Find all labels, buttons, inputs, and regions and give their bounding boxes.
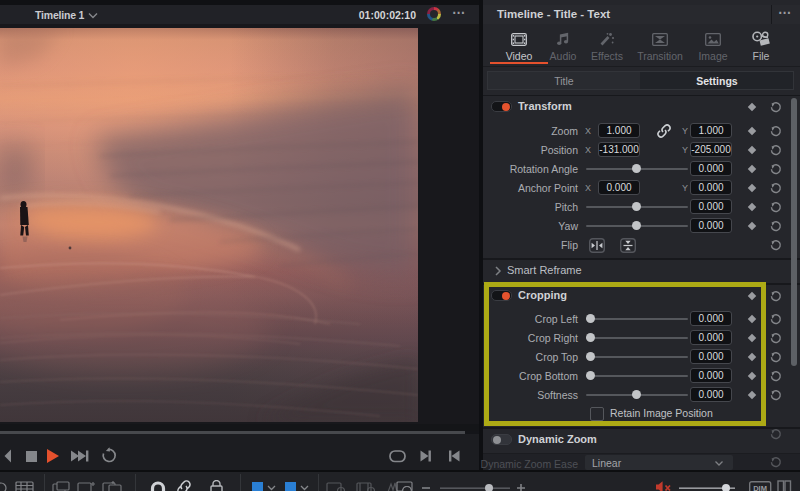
svg-text:DIM: DIM: [753, 484, 767, 491]
